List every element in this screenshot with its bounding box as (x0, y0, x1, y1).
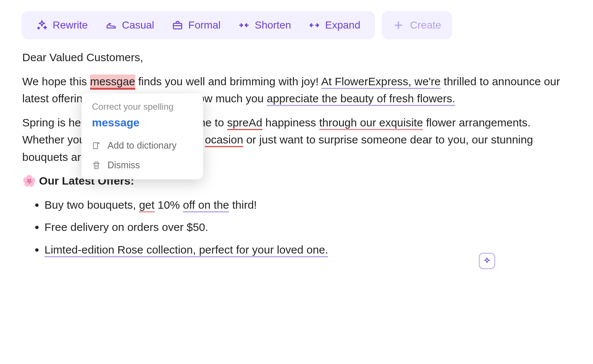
popup-title: Correct your spelling (82, 102, 203, 116)
sparkle-icon (483, 257, 491, 265)
expand-label: Expand (325, 19, 360, 31)
add-to-dictionary-button[interactable]: Add to dictionary (82, 136, 203, 155)
create-label: Create (410, 19, 441, 31)
formal-button[interactable]: Formal (164, 15, 229, 36)
create-button[interactable]: Create (382, 11, 452, 39)
plus-icon (393, 20, 404, 31)
error-through-exquisite[interactable]: through our exquisite (319, 116, 423, 130)
add-to-dictionary-label: Add to dictionary (107, 140, 176, 151)
error-ocasion[interactable]: ocasion (205, 133, 243, 147)
dictionary-add-icon (92, 141, 101, 150)
spelling-popup: Correct your spelling message Add to dic… (82, 93, 203, 179)
dismiss-label: Dismiss (107, 160, 140, 171)
error-spread[interactable]: spreAd (227, 116, 262, 130)
list-item: Buy two bouquets, get 10% off on the thi… (44, 196, 571, 214)
greeting: Dear Valued Customers, (22, 49, 571, 66)
arrows-out-icon (309, 20, 320, 31)
assist-fab[interactable] (479, 253, 495, 269)
briefcase-icon (172, 20, 183, 31)
shorten-button[interactable]: Shorten (230, 15, 299, 36)
casual-label: Casual (122, 19, 154, 31)
trash-icon (92, 161, 101, 170)
ai-toolbar: Rewrite Casual Formal Shorten Expand (21, 11, 375, 39)
rewrite-button[interactable]: Rewrite (28, 15, 96, 36)
expand-button[interactable]: Expand (301, 15, 368, 36)
formal-label: Formal (188, 19, 221, 31)
error-get[interactable]: get (139, 199, 155, 212)
suggestion-span-2[interactable]: appreciate the beauty of fresh flowers. (267, 92, 455, 106)
list-item: Free delivery on orders over $50. (44, 219, 571, 236)
rewrite-label: Rewrite (53, 19, 88, 31)
suggestion-span-1[interactable]: At FlowerExpress, we're (321, 75, 441, 89)
offers-list: Buy two bouquets, get 10% off on the thi… (22, 196, 571, 259)
shoe-icon (106, 20, 117, 31)
suggestion-off-on-the[interactable]: off on the (183, 199, 229, 212)
sparkles-icon (36, 20, 47, 31)
suggestion-limted-sentence[interactable]: Limted-edition Rose collection, perfect … (44, 244, 328, 257)
shorten-label: Shorten (255, 19, 291, 31)
dismiss-button[interactable]: Dismiss (82, 155, 203, 175)
arrows-in-icon (238, 20, 249, 31)
popup-suggestion[interactable]: message (82, 116, 203, 136)
error-messgae[interactable]: messgae (90, 75, 135, 90)
casual-button[interactable]: Casual (97, 15, 162, 36)
